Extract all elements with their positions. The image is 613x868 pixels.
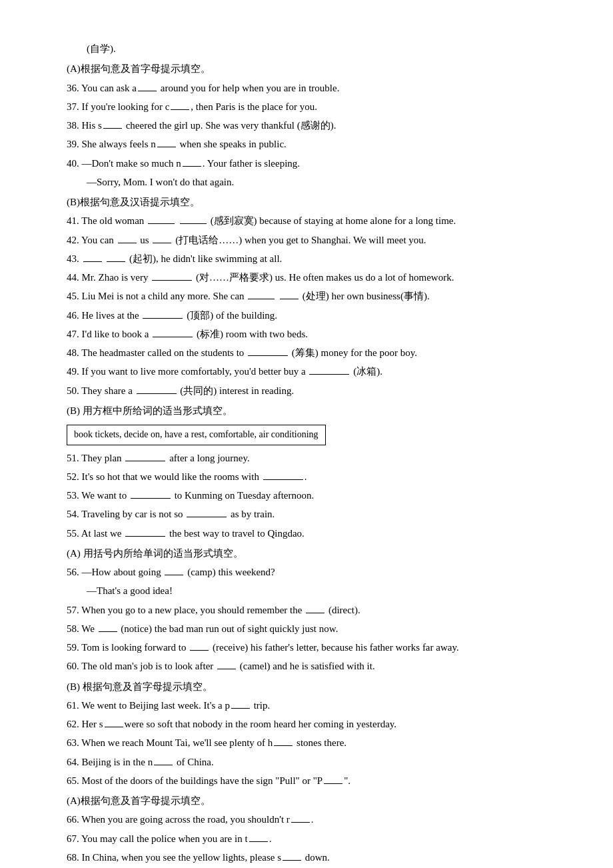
line-56a: 56. —How about going (camp) this weekend… — [67, 563, 560, 581]
line-38: 38. His s cheered the girl up. She was v… — [67, 117, 560, 134]
line-58: 58. We (notice) the bad man run out of s… — [67, 620, 560, 637]
line-54: 54. Traveling by car is not so as by tra… — [67, 505, 560, 523]
section-b1-header: (B)根据句意及汉语提示填空。 — [67, 193, 560, 211]
line-57: 57. When you go to a new place, you shou… — [67, 601, 560, 619]
line-37: 37. If you're looking for c, then Paris … — [67, 98, 560, 115]
section-b3-header: (B) 根据句意及首字母提示填空。 — [67, 678, 560, 695]
section-b2-lines: 51. They plan after a long journey. 52. … — [67, 449, 560, 542]
section-a3-header: (A)根据句意及首字母提示填空。 — [67, 792, 560, 809]
line-59: 59. Tom is looking forward to (receive) … — [67, 639, 560, 656]
section-a-header: (A)根据句意及首字母提示填空。 — [67, 60, 560, 77]
line-66: 66. When you are going across the road, … — [67, 811, 560, 828]
line-36: 36. You can ask a around you for help wh… — [67, 79, 560, 97]
line-44: 44. Mr. Zhao is very (对……严格要求) us. He of… — [67, 269, 560, 286]
line-41: 41. The old woman (感到寂寞) because of stay… — [67, 212, 560, 229]
line-61: 61. We went to Beijing last week. It's a… — [67, 697, 560, 714]
line-48: 48. The headmaster called on the student… — [67, 344, 560, 361]
intro-line: (自学). — [67, 40, 560, 57]
section-b3-lines: 61. We went to Beijing last week. It's a… — [67, 697, 560, 789]
line-67: 67. You may call the police when you are… — [67, 830, 560, 847]
section-b2-header: (B) 用方框中所给词的适当形式填空。 — [67, 402, 560, 419]
line-62: 62. Her swere so soft that nobody in the… — [67, 715, 560, 733]
line-49: 49. If you want to live more comfortably… — [67, 363, 560, 380]
section-a3-lines: 66. When you are going across the road, … — [67, 811, 560, 868]
line-53: 53. We want to to Kunming on Tuesday aft… — [67, 487, 560, 504]
line-60: 60. The old man's job is to look after (… — [67, 657, 560, 675]
word-box: book tickets, decide on, have a rest, co… — [67, 425, 326, 445]
line-55: 55. At last we the best way to travel to… — [67, 525, 560, 542]
line-43: 43. (起初), he didn't like swimming at all… — [67, 250, 560, 267]
line-50: 50. They share a (共同的) interest in readi… — [67, 382, 560, 399]
section-a-lines: 36. You can ask a around you for help wh… — [67, 79, 560, 191]
section-a2-header: (A) 用括号内所给单词的适当形式填空。 — [67, 545, 560, 562]
line-68: 68. In China, when you see the yellow li… — [67, 849, 560, 866]
line-40b: —Sorry, Mom. I won't do that again. — [67, 173, 560, 191]
line-42: 42. You can us (打电话给……) when you get to … — [67, 231, 560, 249]
line-51: 51. They plan after a long journey. — [67, 449, 560, 467]
line-65: 65. Most of the doors of the buildings h… — [67, 772, 560, 789]
main-content: (自学). (A)根据句意及首字母提示填空。 36. You can ask a… — [67, 40, 560, 868]
word-box-container: book tickets, decide on, have a rest, co… — [67, 421, 560, 449]
line-46: 46. He lives at the (顶部) of the building… — [67, 307, 560, 324]
line-63: 63. When we reach Mount Tai, we'll see p… — [67, 734, 560, 751]
line-39: 39. She always feels n when she speaks i… — [67, 135, 560, 153]
line-45: 45. Liu Mei is not a child any more. She… — [67, 287, 560, 305]
line-40a: 40. —Don't make so much n. Your father i… — [67, 155, 560, 172]
line-64: 64. Beijing is in the n of China. — [67, 753, 560, 771]
line-47: 47. I'd like to book a (标准) room with tw… — [67, 325, 560, 343]
section-b1-lines: 41. The old woman (感到寂寞) because of stay… — [67, 212, 560, 399]
line-56b: —That's a good idea! — [67, 582, 560, 599]
section-a2-lines: 56. —How about going (camp) this weekend… — [67, 563, 560, 675]
line-52: 52. It's so hot that we would like the r… — [67, 468, 560, 485]
